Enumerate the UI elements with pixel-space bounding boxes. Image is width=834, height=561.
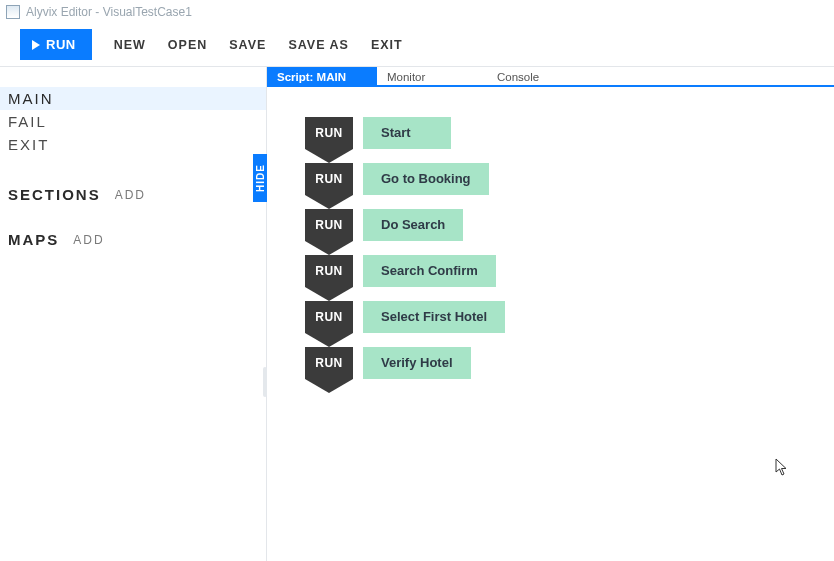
flow-node: RUN Go to Booking bbox=[305, 163, 834, 195]
window-title: Alyvix Editor - VisualTestCase1 bbox=[26, 5, 192, 19]
flow-node-step[interactable]: Go to Booking bbox=[363, 163, 489, 195]
flow-node-step[interactable]: Start bbox=[363, 117, 451, 149]
tab-script[interactable]: Script: MAIN bbox=[267, 67, 377, 85]
main-toolbar: RUN NEW OPEN SAVE SAVE AS EXIT bbox=[0, 24, 834, 66]
tab-console[interactable]: Console bbox=[487, 67, 597, 85]
maps-add-button[interactable]: ADD bbox=[73, 233, 104, 247]
flow-node-tag[interactable]: RUN bbox=[305, 163, 353, 195]
flow-node-tag[interactable]: RUN bbox=[305, 209, 353, 241]
sections-label: SECTIONS bbox=[8, 186, 101, 203]
flow-node-tag[interactable]: RUN bbox=[305, 301, 353, 333]
menu-exit[interactable]: EXIT bbox=[371, 38, 403, 52]
sections-header: SECTIONS ADD bbox=[0, 174, 266, 205]
script-item-main[interactable]: MAIN bbox=[0, 87, 266, 110]
flow-node-step[interactable]: Verify Hotel bbox=[363, 347, 471, 379]
app-icon bbox=[6, 5, 20, 19]
flow-node: RUN Start bbox=[305, 117, 834, 149]
run-button[interactable]: RUN bbox=[20, 29, 92, 60]
flow-node-step[interactable]: Search Confirm bbox=[363, 255, 496, 287]
hide-panel-button[interactable]: HIDE bbox=[253, 154, 267, 202]
menu-new[interactable]: NEW bbox=[114, 38, 146, 52]
flow-node-step[interactable]: Select First Hotel bbox=[363, 301, 505, 333]
menu-open[interactable]: OPEN bbox=[168, 38, 207, 52]
sections-add-button[interactable]: ADD bbox=[115, 188, 146, 202]
left-panel: MAIN FAIL EXIT SECTIONS ADD MAPS ADD bbox=[0, 67, 267, 561]
flow-node-tag[interactable]: RUN bbox=[305, 117, 353, 149]
editor-tabs: Script: MAIN Monitor Console bbox=[267, 67, 834, 87]
right-panel: Script: MAIN Monitor Console HIDE RUN St… bbox=[267, 67, 834, 561]
flow-node-tag[interactable]: RUN bbox=[305, 347, 353, 379]
play-icon bbox=[32, 40, 40, 50]
menu-save-as[interactable]: SAVE AS bbox=[288, 38, 349, 52]
script-item-fail[interactable]: FAIL bbox=[0, 110, 266, 133]
maps-label: MAPS bbox=[8, 231, 59, 248]
flow-node: RUN Select First Hotel bbox=[305, 301, 834, 333]
window-titlebar: Alyvix Editor - VisualTestCase1 bbox=[0, 0, 834, 24]
main-area: MAIN FAIL EXIT SECTIONS ADD MAPS ADD Scr… bbox=[0, 66, 834, 561]
script-list: MAIN FAIL EXIT bbox=[0, 87, 266, 156]
script-flow-area: RUN Start RUN Go to Booking RUN Do Searc… bbox=[267, 87, 834, 379]
flow-node: RUN Do Search bbox=[305, 209, 834, 241]
flow-node-step[interactable]: Do Search bbox=[363, 209, 463, 241]
menu-save[interactable]: SAVE bbox=[229, 38, 266, 52]
flow-node: RUN Verify Hotel bbox=[305, 347, 834, 379]
maps-header: MAPS ADD bbox=[0, 219, 266, 250]
run-button-label: RUN bbox=[46, 37, 76, 52]
script-item-exit[interactable]: EXIT bbox=[0, 133, 266, 156]
tab-monitor[interactable]: Monitor bbox=[377, 67, 487, 85]
flow-node-tag[interactable]: RUN bbox=[305, 255, 353, 287]
flow-node: RUN Search Confirm bbox=[305, 255, 834, 287]
